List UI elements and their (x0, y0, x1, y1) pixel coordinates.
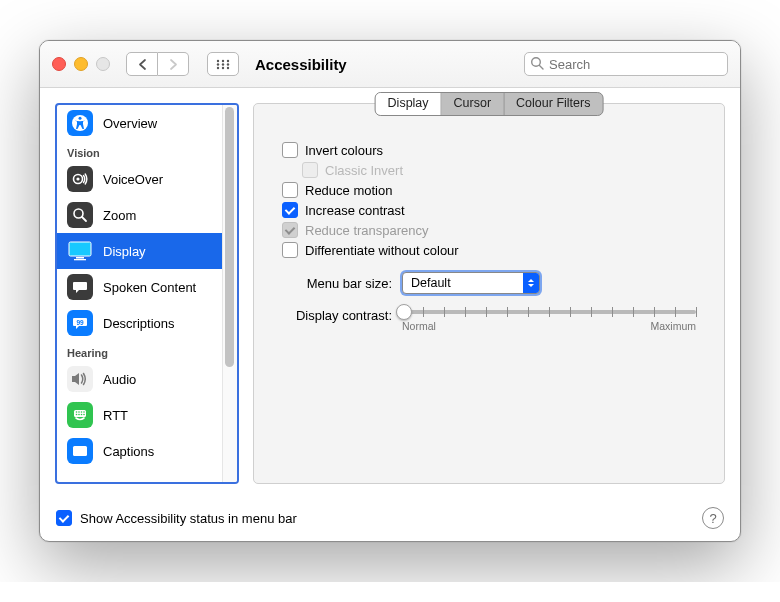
reduce-transparency-checkbox (282, 222, 298, 238)
sidebar-item-label: RTT (103, 408, 128, 423)
show-status-checkbox[interactable] (56, 510, 72, 526)
display-settings-panel: Display Cursor Colour Filters Invert col… (253, 103, 725, 484)
svg-point-1 (222, 59, 224, 61)
back-button[interactable] (126, 52, 158, 76)
row-reduce-motion: Reduce motion (282, 182, 696, 198)
tty-icon (71, 406, 89, 424)
minimize-window-button[interactable] (74, 57, 88, 71)
traffic-lights (52, 57, 110, 71)
svg-point-30 (83, 414, 85, 416)
sidebar-item-spoken-content[interactable]: Spoken Content (57, 269, 222, 305)
show-all-button[interactable] (207, 52, 239, 76)
window-title: Accessibility (255, 56, 347, 73)
svg-point-28 (78, 414, 80, 416)
forward-button[interactable] (158, 52, 189, 76)
svg-point-14 (76, 177, 79, 180)
zoom-window-button[interactable] (96, 57, 110, 71)
menu-bar-size-select[interactable]: Default (402, 272, 540, 294)
accessibility-window: Accessibility Overview Vision VoiceOver (39, 40, 741, 542)
sidebar-item-label: Overview (103, 116, 157, 131)
svg-point-0 (217, 59, 219, 61)
row-increase-contrast: Increase contrast (282, 202, 696, 218)
sidebar-scrollbar[interactable] (222, 105, 237, 482)
svg-point-24 (78, 411, 80, 413)
help-button[interactable]: ? (702, 507, 724, 529)
sidebar-item-voiceover[interactable]: VoiceOver (57, 161, 222, 197)
svg-rect-19 (76, 257, 84, 259)
display-contrast-slider[interactable] (402, 310, 696, 314)
svg-point-29 (81, 414, 83, 416)
sidebar-item-label: Zoom (103, 208, 136, 223)
close-window-button[interactable] (52, 57, 66, 71)
chevron-up-down-icon (523, 273, 539, 293)
sidebar-item-descriptions[interactable]: 99 Descriptions (57, 305, 222, 341)
svg-point-8 (227, 66, 229, 68)
reduce-motion-checkbox[interactable] (282, 182, 298, 198)
svg-line-10 (540, 66, 544, 70)
accessibility-icon (71, 114, 89, 132)
row-reduce-transparency: Reduce transparency (282, 222, 696, 238)
row-classic-invert: Classic Invert (302, 162, 696, 178)
tab-display[interactable]: Display (376, 93, 442, 115)
sidebar-item-label: Spoken Content (103, 280, 196, 295)
search-field (524, 52, 728, 76)
search-icon (530, 56, 544, 70)
sidebar-item-label: Display (103, 244, 146, 259)
sidebar-item-audio[interactable]: Audio (57, 361, 222, 397)
menu-bar-size-label: Menu bar size: (282, 276, 392, 291)
svg-point-4 (222, 63, 224, 65)
svg-rect-20 (74, 259, 86, 260)
svg-point-26 (83, 411, 85, 413)
zoom-icon (71, 206, 89, 224)
svg-point-12 (79, 117, 82, 120)
footer: Show Accessibility status in menu bar ? (40, 499, 740, 541)
sidebar-item-display[interactable]: Display (57, 233, 222, 269)
sidebar-item-label: Descriptions (103, 316, 175, 331)
category-sidebar: Overview Vision VoiceOver Zoom Display (55, 103, 239, 484)
row-menu-bar-size: Menu bar size: Default (282, 272, 696, 294)
tab-colour-filters[interactable]: Colour Filters (504, 93, 602, 115)
titlebar: Accessibility (40, 41, 740, 88)
svg-point-7 (222, 66, 224, 68)
display-tabs: Display Cursor Colour Filters (375, 92, 604, 116)
descriptions-icon: 99 (71, 314, 89, 332)
sidebar-item-label: Captions (103, 444, 154, 459)
sidebar-item-zoom[interactable]: Zoom (57, 197, 222, 233)
svg-point-23 (76, 411, 78, 413)
svg-rect-22 (74, 410, 86, 417)
show-status-label: Show Accessibility status in menu bar (80, 511, 297, 526)
svg-point-5 (227, 63, 229, 65)
svg-point-6 (217, 66, 219, 68)
sidebar-item-label: Audio (103, 372, 136, 387)
classic-invert-checkbox (302, 162, 318, 178)
row-invert-colours: Invert colours (282, 142, 696, 158)
speaker-icon (70, 370, 90, 388)
svg-point-2 (227, 59, 229, 61)
row-differentiate-without-colour: Differentiate without colour (282, 242, 696, 258)
section-hearing: Hearing (57, 341, 222, 361)
voiceover-icon (71, 170, 89, 188)
sidebar-item-label: VoiceOver (103, 172, 163, 187)
tab-cursor[interactable]: Cursor (442, 93, 505, 115)
svg-point-25 (81, 411, 83, 413)
svg-rect-31 (73, 446, 87, 456)
section-vision: Vision (57, 141, 222, 161)
search-input[interactable] (524, 52, 728, 76)
sidebar-item-overview[interactable]: Overview (57, 105, 222, 141)
increase-contrast-checkbox[interactable] (282, 202, 298, 218)
speech-bubble-icon (71, 278, 89, 296)
svg-point-3 (217, 63, 219, 65)
invert-colours-checkbox[interactable] (282, 142, 298, 158)
svg-rect-17 (69, 242, 91, 256)
row-display-contrast: Display contrast: NormalMaximum (282, 308, 696, 332)
slider-knob[interactable] (396, 304, 412, 320)
sidebar-item-rtt[interactable]: RTT (57, 397, 222, 433)
display-contrast-label: Display contrast: (282, 308, 392, 323)
svg-point-27 (76, 414, 78, 416)
differentiate-colour-checkbox[interactable] (282, 242, 298, 258)
captions-icon (71, 442, 89, 460)
display-icon (67, 240, 93, 262)
svg-text:99: 99 (76, 319, 84, 326)
svg-line-16 (82, 217, 86, 221)
sidebar-item-captions[interactable]: Captions (57, 433, 222, 469)
